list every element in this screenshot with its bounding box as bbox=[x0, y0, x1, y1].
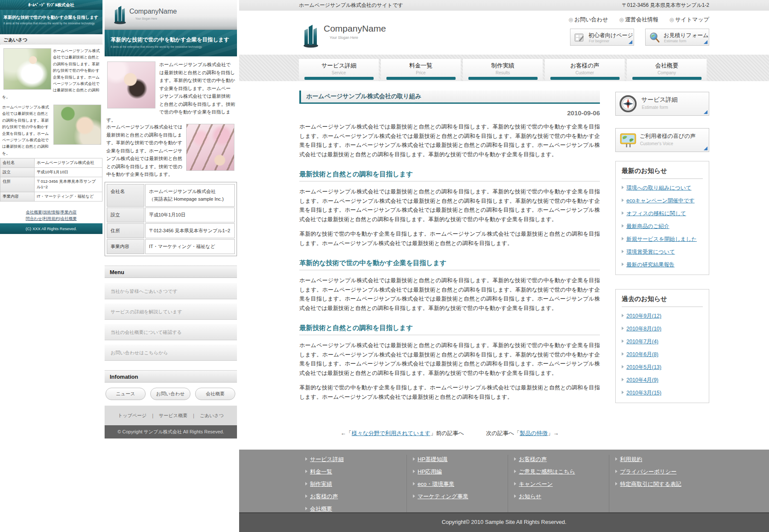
mid-footer-link-greeting[interactable]: ごあいさつ bbox=[200, 413, 224, 418]
news-link[interactable]: 環境への取り組みについて bbox=[626, 185, 691, 191]
main-logo[interactable]: CompanyName Your Slogan Here bbox=[302, 23, 386, 48]
left-link-business[interactable]: 事業内容 bbox=[60, 210, 76, 214]
left-greeting-header: ごあいさつ bbox=[0, 34, 102, 44]
archive-link[interactable]: 2010年3月(15) bbox=[626, 390, 661, 396]
article-pager: ←「様々な分野で利用されています」前の記事へ次の記事へ「製品の特徴」→ bbox=[299, 430, 600, 437]
triangle-bullet-icon bbox=[622, 263, 624, 266]
mid-footer-link-service[interactable]: サービス概要 bbox=[159, 413, 187, 418]
footer-link[interactable]: お客様の声 bbox=[310, 493, 338, 500]
customer-voice-banner[interactable]: ご利用者様の喜びの声 Customer's Voice bbox=[615, 128, 709, 152]
archive-link-item: 2010年9月(12) bbox=[622, 313, 703, 320]
footer-link[interactable]: eco・環境事業 bbox=[418, 481, 454, 487]
nav-tab[interactable]: 料金一覧 Price bbox=[381, 59, 461, 81]
news-link[interactable]: ecoキャンペーン開催中です bbox=[626, 198, 695, 204]
right-sidebar: サービス詳細 Estimate form bbox=[615, 91, 709, 403]
footer-link[interactable]: キャンペーン bbox=[519, 481, 553, 487]
mid-banner-en: It aims at the enterprise that moves the… bbox=[111, 45, 231, 48]
footer-link[interactable]: HP応用編 bbox=[418, 468, 442, 475]
footer-link[interactable]: 制作実績 bbox=[310, 481, 332, 487]
mid-menu-item[interactable]: 当社から皆様へごあいさつです bbox=[105, 283, 237, 299]
table-value: ホームページサンプル株式会社 （英語表記 Homepage sample Inc… bbox=[145, 184, 235, 207]
mid-pill-button[interactable]: ニュース bbox=[105, 388, 146, 400]
main-header: CompanyName Your Slogan Here ◎お問い合わせ◎運営会… bbox=[239, 11, 769, 55]
triangle-bullet-icon bbox=[615, 457, 617, 461]
archive-link[interactable]: 2010年8月(10) bbox=[626, 326, 661, 332]
left-link-tech[interactable]: 技術情報 bbox=[43, 210, 59, 214]
left-link-company2[interactable]: 会社概要 bbox=[61, 216, 77, 221]
footer-link[interactable]: マーケティング事業 bbox=[418, 493, 468, 500]
mid-pill-button[interactable]: お問い合わせ bbox=[150, 388, 190, 400]
footer-link[interactable]: 会社概要 bbox=[310, 506, 332, 512]
triangle-bullet-icon bbox=[615, 482, 617, 485]
table-label: 住所 bbox=[107, 223, 144, 238]
photo-woman-leaf bbox=[53, 105, 101, 145]
section-heading-1: 最新技術と自然との調和を目指します bbox=[299, 170, 600, 181]
next-article-link[interactable]: 製品の特徴 bbox=[520, 430, 547, 436]
news-link[interactable]: 最新商品のご紹介 bbox=[626, 223, 670, 229]
mid-footer-link-top[interactable]: トップページ bbox=[118, 413, 146, 418]
left-company-table: 会社名 ホームページサンプル株式会社 設立 平成10年1月10日 住所 〒012… bbox=[0, 158, 102, 202]
main-content: ホームページサンプル株式会社の取り組み 2010-09-06 ホームページサンプ… bbox=[299, 91, 709, 437]
main-logo-name: CompanyName bbox=[324, 23, 386, 34]
archive-link[interactable]: 2010年4月(9) bbox=[626, 377, 658, 383]
footer-link[interactable]: サービス詳細 bbox=[310, 456, 344, 462]
news-link-item: ecoキャンペーン開催中です bbox=[622, 197, 703, 205]
footer-link[interactable]: 料金一覧 bbox=[310, 468, 332, 475]
footer-link-item: キャンペーン bbox=[514, 480, 609, 488]
footer-link[interactable]: プライバシーポリシー bbox=[620, 468, 676, 475]
footer-link[interactable]: HP基礎知識 bbox=[418, 456, 447, 462]
left-link-terms[interactable]: 利用規約 bbox=[43, 216, 59, 221]
left-link-contact[interactable]: 問合わせ bbox=[26, 216, 42, 221]
nav-tab[interactable]: お客様の声 Customer bbox=[545, 59, 625, 81]
estimate-form-button[interactable]: お見積りフォーム Estimate form bbox=[645, 29, 709, 46]
service-detail-banner[interactable]: サービス詳細 Estimate form bbox=[615, 92, 709, 116]
archive-link[interactable]: 2010年9月(12) bbox=[626, 313, 661, 319]
table-label: 設立 bbox=[0, 168, 35, 177]
prev-article-link[interactable]: 様々な分野で利用されています bbox=[352, 430, 430, 436]
target-bullet-icon: ◎ bbox=[670, 17, 674, 23]
mid-menu-item[interactable]: 当社の会社概要について確認する bbox=[105, 324, 237, 340]
archive-link-item: 2010年3月(15) bbox=[622, 389, 703, 397]
news-link-item: 最新の研究結果報告 bbox=[622, 261, 703, 269]
news-link[interactable]: オフィスの移転に関して bbox=[626, 210, 686, 216]
triangle-bullet-icon bbox=[622, 224, 624, 228]
footer-link[interactable]: 利用規約 bbox=[620, 456, 642, 462]
nav-tab[interactable]: サービス詳細 Service bbox=[299, 59, 379, 81]
archive-link[interactable]: 2010年7月(4) bbox=[626, 339, 658, 345]
table-label: 会社名 bbox=[0, 158, 35, 168]
utility-link[interactable]: ◎お問い合わせ bbox=[569, 16, 608, 23]
footer-link[interactable]: お客様の声 bbox=[519, 456, 547, 462]
mid-pill-button[interactable]: 会社概要 bbox=[195, 388, 235, 400]
footer-link[interactable]: ご意見ご感想はこちら bbox=[519, 468, 575, 475]
news-link[interactable]: 環境賞受賞について bbox=[626, 249, 675, 255]
beginner-page-button[interactable]: 初心者向けページ For beginner bbox=[570, 29, 634, 46]
archive-link[interactable]: 2010年5月(13) bbox=[626, 364, 661, 370]
news-link[interactable]: 最新の研究結果報告 bbox=[626, 262, 675, 268]
utility-link[interactable]: ◎サイトマップ bbox=[670, 16, 709, 23]
left-greeting-block-2: ホームページサンプル株式会社では最新技術と自然との調和を目指します。革新的な技術… bbox=[0, 101, 102, 152]
archive-link-item: 2010年6月(8) bbox=[622, 351, 703, 358]
mid-menu-item[interactable]: お問い合わせはこちらから bbox=[105, 345, 237, 361]
main-copyright: Copyright© 2010 Sample Site All Rights R… bbox=[239, 512, 769, 532]
left-link-company[interactable]: 会社概要 bbox=[26, 210, 42, 214]
mid-menu-item[interactable]: サービスの詳細を解説しています bbox=[105, 304, 237, 320]
section-heading-2: 革新的な技術で世の中を動かす企業を目指します bbox=[299, 259, 600, 270]
nav-tab[interactable]: 制作実績 Results bbox=[463, 59, 543, 81]
archive-link[interactable]: 2010年6月(8) bbox=[626, 351, 658, 357]
archive-box-title: 過去のお知らせ bbox=[622, 295, 703, 307]
triangle-bullet-icon bbox=[305, 457, 307, 461]
triangle-bullet-icon bbox=[514, 482, 516, 485]
utility-link[interactable]: ◎運営会社情報 bbox=[619, 16, 658, 23]
news-link[interactable]: 新規サービスを開始しました bbox=[626, 236, 697, 242]
compass-icon bbox=[619, 95, 637, 114]
beginner-icon bbox=[574, 32, 585, 45]
mid-header: CompanyName Your Slogan Here bbox=[105, 0, 237, 30]
table-label: 事業内容 bbox=[0, 192, 35, 202]
footer-link[interactable]: お知らせ bbox=[519, 493, 541, 500]
photo-sakura-tree bbox=[186, 124, 234, 171]
footer-link-item: 会社概要 bbox=[305, 505, 406, 513]
nav-tab[interactable]: 会社概要 Company bbox=[627, 59, 707, 81]
footer-link[interactable]: 特定商取引に関する表記 bbox=[620, 481, 681, 487]
table-value: 平成10年1月10日 bbox=[35, 168, 102, 177]
news-link-item: 新規サービスを開始しました bbox=[622, 236, 703, 243]
